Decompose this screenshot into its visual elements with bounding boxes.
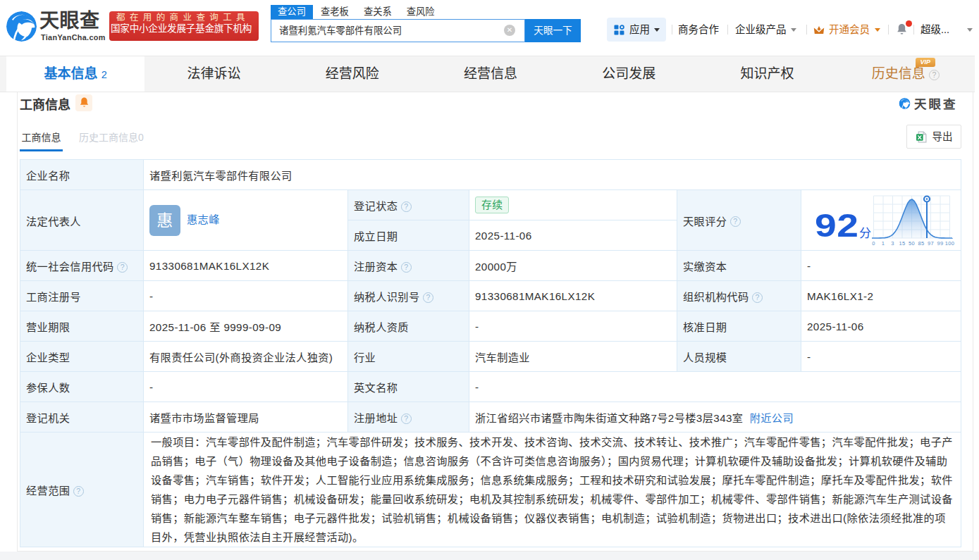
svg-text:3: 3 <box>891 240 894 247</box>
svg-text:100: 100 <box>945 240 955 247</box>
svg-text:0: 0 <box>872 240 875 247</box>
svg-text:85: 85 <box>918 240 924 247</box>
svg-text:天眼查: 天眼查 <box>914 97 958 111</box>
svg-text:50: 50 <box>909 240 915 247</box>
svg-text:1: 1 <box>882 240 885 247</box>
svg-text:99: 99 <box>937 240 943 247</box>
svg-text:15: 15 <box>899 240 905 247</box>
svg-text:97: 97 <box>928 240 934 247</box>
